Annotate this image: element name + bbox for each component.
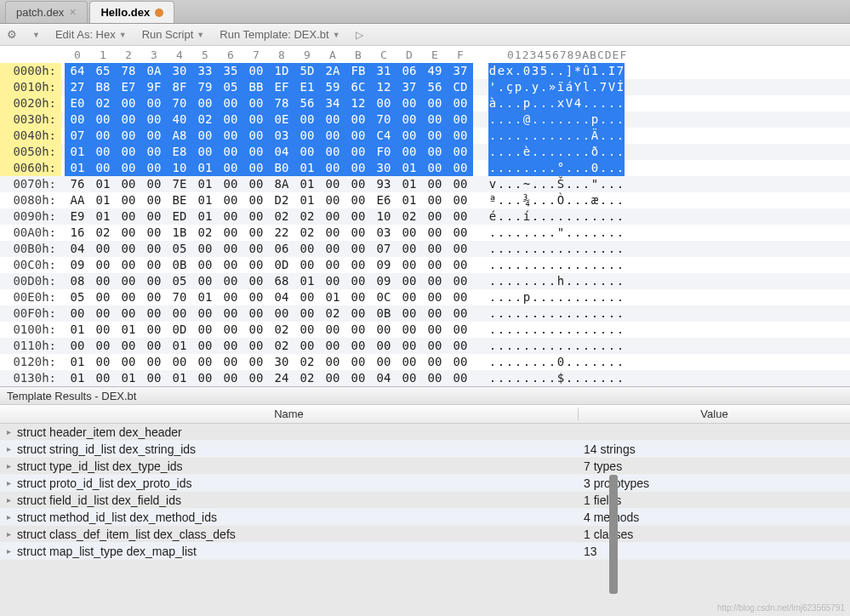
ascii-char[interactable]: .: [582, 160, 590, 176]
ascii-char[interactable]: .: [573, 257, 582, 273]
ascii-char[interactable]: .: [497, 128, 505, 144]
hex-byte[interactable]: 00: [243, 322, 269, 338]
ascii-char[interactable]: .: [505, 128, 514, 144]
ascii-char[interactable]: í: [522, 208, 531, 225]
ascii-char[interactable]: .: [608, 273, 616, 289]
ascii-char[interactable]: .: [522, 241, 531, 257]
hex-byte[interactable]: 02: [320, 305, 345, 322]
ascii-char[interactable]: .: [539, 338, 548, 354]
hex-byte[interactable]: 00: [141, 160, 167, 176]
hex-byte[interactable]: 00: [90, 370, 116, 386]
hex-byte[interactable]: 00: [371, 338, 396, 354]
ascii-char[interactable]: .: [531, 176, 539, 192]
hex-byte[interactable]: 00: [218, 273, 243, 289]
hex-byte[interactable]: 8A: [269, 176, 294, 192]
ascii-char[interactable]: 0: [522, 63, 531, 79]
ascii-char[interactable]: .: [565, 192, 573, 208]
ascii-char[interactable]: .: [582, 192, 590, 208]
hex-byte[interactable]: 00: [396, 128, 422, 144]
hex-byte[interactable]: 00: [422, 111, 448, 128]
hex-byte[interactable]: AA: [65, 192, 90, 208]
ascii-char[interactable]: .: [531, 160, 539, 176]
hex-row[interactable]: 0020h:E0020000700000007856341200000000à.…: [0, 95, 850, 111]
ascii-char[interactable]: .: [531, 370, 539, 386]
hex-byte[interactable]: 00: [218, 241, 243, 257]
ascii-char[interactable]: .: [556, 208, 565, 225]
ascii-char[interactable]: Í: [616, 79, 625, 95]
ascii-char[interactable]: .: [565, 354, 573, 370]
ascii-char[interactable]: .: [599, 128, 608, 144]
hex-byte[interactable]: 35: [218, 63, 243, 79]
hex-byte[interactable]: 01: [65, 354, 90, 370]
hex-byte[interactable]: 00: [243, 338, 269, 354]
hex-byte[interactable]: 00: [422, 208, 448, 225]
hex-byte[interactable]: 00: [141, 370, 167, 386]
ascii-char[interactable]: .: [514, 128, 522, 144]
ascii-char[interactable]: .: [573, 370, 582, 386]
hex-byte[interactable]: 9F: [141, 79, 167, 95]
ascii-char[interactable]: .: [608, 338, 616, 354]
ascii-char[interactable]: .: [565, 338, 573, 354]
ascii-char[interactable]: .: [497, 289, 505, 305]
ascii-char[interactable]: .: [488, 273, 497, 289]
hex-byte[interactable]: 76: [65, 176, 90, 192]
ascii-char[interactable]: .: [599, 225, 608, 241]
ascii-char[interactable]: .: [556, 305, 565, 322]
hex-byte[interactable]: 00: [243, 225, 269, 241]
hex-byte[interactable]: 00: [90, 111, 116, 128]
hex-byte[interactable]: 05: [218, 79, 243, 95]
ascii-char[interactable]: .: [556, 289, 565, 305]
scrollbar-thumb[interactable]: [609, 475, 618, 594]
hex-byte[interactable]: 00: [141, 338, 167, 354]
hex-byte[interactable]: 00: [448, 370, 473, 386]
ascii-char[interactable]: »: [548, 79, 556, 95]
hex-byte[interactable]: 01: [90, 208, 116, 225]
hex-byte[interactable]: 00: [65, 305, 90, 322]
ascii-char[interactable]: .: [565, 289, 573, 305]
hex-byte[interactable]: 00: [90, 273, 116, 289]
ascii-char[interactable]: .: [497, 354, 505, 370]
ascii-char[interactable]: .: [548, 176, 556, 192]
hex-byte[interactable]: 00: [90, 241, 116, 257]
ascii-char[interactable]: .: [573, 354, 582, 370]
hex-byte[interactable]: 00: [65, 111, 90, 128]
ascii-char[interactable]: .: [505, 305, 514, 322]
ascii-char[interactable]: ç: [505, 79, 514, 95]
ascii-char[interactable]: .: [548, 322, 556, 338]
ascii-char[interactable]: .: [548, 208, 556, 225]
hex-byte[interactable]: 01: [192, 289, 218, 305]
hex-byte[interactable]: 00: [141, 257, 167, 273]
ascii-char[interactable]: .: [514, 95, 522, 111]
hex-byte[interactable]: 00: [141, 322, 167, 338]
ascii-char[interactable]: .: [497, 111, 505, 128]
ascii-char[interactable]: .: [514, 370, 522, 386]
hex-byte[interactable]: 00: [320, 208, 345, 225]
ascii-char[interactable]: .: [590, 322, 599, 338]
ascii-char[interactable]: v: [488, 176, 497, 192]
ascii-char[interactable]: .: [573, 160, 582, 176]
hex-row[interactable]: 0090h:E9010000ED0100000202000010020000é.…: [0, 208, 850, 225]
hex-row[interactable]: 0110h:00000000010000000200000000000000..…: [0, 338, 850, 354]
hex-byte[interactable]: 00: [345, 273, 371, 289]
hex-byte[interactable]: 00: [218, 338, 243, 354]
hex-byte[interactable]: 02: [269, 338, 294, 354]
hex-byte[interactable]: 00: [192, 370, 218, 386]
hex-byte[interactable]: E9: [65, 208, 90, 225]
hex-byte[interactable]: 12: [371, 79, 396, 95]
hex-byte[interactable]: 56: [422, 79, 448, 95]
ascii-char[interactable]: x: [556, 95, 565, 111]
template-row[interactable]: ▸struct header_item dex_header: [0, 424, 850, 441]
ascii-char[interactable]: .: [616, 257, 625, 273]
hex-byte[interactable]: 02: [269, 208, 294, 225]
hex-byte[interactable]: 37: [448, 63, 473, 79]
ascii-char[interactable]: .: [488, 305, 497, 322]
chevron-down-icon[interactable]: ▼: [32, 31, 40, 39]
hex-byte[interactable]: 00: [90, 354, 116, 370]
ascii-char[interactable]: .: [616, 176, 625, 192]
hex-byte[interactable]: 01: [116, 322, 141, 338]
hex-byte[interactable]: 00: [192, 257, 218, 273]
ascii-char[interactable]: .: [539, 176, 548, 192]
hex-byte[interactable]: 2A: [320, 63, 345, 79]
hex-byte[interactable]: 00: [422, 176, 448, 192]
ascii-char[interactable]: .: [565, 208, 573, 225]
